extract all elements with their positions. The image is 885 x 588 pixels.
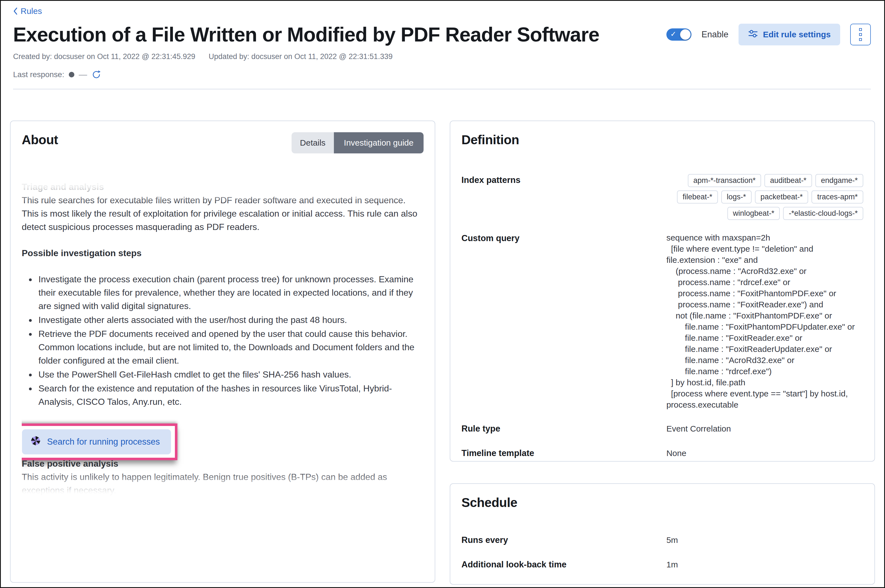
- index-pattern-badge: -*elastic-cloud-logs-*: [783, 207, 863, 220]
- runs-every-value: 5m: [666, 534, 863, 546]
- index-pattern-badge: winlogbeat-*: [728, 207, 780, 220]
- definition-heading: Definition: [461, 132, 863, 147]
- boxes-vertical-icon: [859, 33, 862, 36]
- toggle-knob: [680, 29, 691, 40]
- tab-investigation-guide[interactable]: Investigation guide: [334, 132, 424, 153]
- custom-query-label: Custom query: [461, 232, 666, 244]
- index-pattern-badge: logs-*: [721, 190, 752, 204]
- index-patterns-badges: apm-*-transaction* auditbeat-* endgame-*…: [666, 174, 863, 220]
- investigation-guide-content: Triage and analysis This rule searches f…: [22, 180, 424, 500]
- custom-query-value: sequence with maxspan=2h [file where eve…: [666, 232, 863, 410]
- rule-details-page: Rules Execution of a File Written or Mod…: [0, 0, 885, 588]
- enable-label: Enable: [702, 30, 729, 39]
- index-pattern-badge: apm-*-transaction*: [688, 174, 761, 187]
- about-panel: About Details Investigation guide Triage…: [10, 120, 435, 583]
- definition-panel: Definition Index patterns apm-*-transact…: [450, 120, 875, 462]
- rule-type-label: Rule type: [461, 423, 666, 435]
- index-patterns-row: Index patterns apm-*-transaction* auditb…: [461, 174, 863, 220]
- about-tab-group: Details Investigation guide: [292, 132, 424, 153]
- timeline-template-label: Timeline template: [461, 447, 666, 459]
- investigation-steps-list: Investigate the process execution chain …: [22, 273, 424, 408]
- false-positive-body: This activity is unlikely to happen legi…: [22, 470, 424, 497]
- rule-type-value: Event Correlation: [666, 423, 863, 435]
- header-controls: ✓ Enable Edit rule settings: [666, 24, 871, 45]
- breadcrumb[interactable]: Rules: [13, 6, 42, 16]
- timeline-template-value: None: [666, 447, 863, 459]
- rule-meta: Created by: docsuser on Oct 11, 2022 @ 2…: [13, 52, 871, 61]
- steps-heading: Possible investigation steps: [22, 246, 424, 260]
- osquery-icon: [30, 435, 42, 449]
- index-pattern-badge: auditbeat-*: [764, 174, 812, 187]
- list-item: Retrieve the PDF documents received and …: [36, 327, 424, 367]
- triage-heading: Triage and analysis: [22, 180, 424, 194]
- osquery-search-button[interactable]: Search for running processes: [22, 429, 171, 454]
- index-pattern-badge: traces-apm*: [812, 190, 863, 204]
- index-pattern-badge: filebeat-*: [677, 190, 718, 204]
- updated-by-text: Updated by: docsuser on Oct 11, 2022 @ 2…: [208, 52, 392, 61]
- lookback-row: Additional look-back time 1m: [461, 558, 863, 571]
- chevron-left-icon: [13, 7, 18, 15]
- list-item: Use the PowerShell Get-FileHash cmdlet t…: [36, 368, 424, 381]
- list-item: Investigate other alerts associated with…: [36, 313, 424, 327]
- tab-details[interactable]: Details: [292, 132, 334, 153]
- lookback-value: 1m: [666, 558, 863, 571]
- check-icon: ✓: [670, 30, 676, 39]
- last-response-value: —: [79, 70, 87, 80]
- custom-query-row: Custom query sequence with maxspan=2h [f…: [461, 232, 863, 410]
- page-title: Execution of a File Written or Modified …: [13, 23, 655, 46]
- schedule-panel: Schedule Runs every 5m Additional look-b…: [450, 483, 875, 585]
- breadcrumb-label[interactable]: Rules: [21, 6, 42, 16]
- about-heading: About: [22, 132, 58, 147]
- osquery-button-label: Search for running processes: [47, 437, 160, 447]
- list-item: Search for the existence and reputation …: [36, 382, 424, 408]
- edit-rule-settings-label: Edit rule settings: [763, 30, 831, 39]
- runs-every-label: Runs every: [461, 534, 666, 546]
- index-pattern-badge: endgame-*: [815, 174, 863, 187]
- page-header: Rules Execution of a File Written or Mod…: [1, 1, 884, 89]
- last-response-label: Last response:: [13, 70, 64, 79]
- sliders-icon: [748, 28, 758, 40]
- runs-every-row: Runs every 5m: [461, 534, 863, 546]
- refresh-icon[interactable]: [92, 70, 101, 80]
- created-by-text: Created by: docsuser on Oct 11, 2022 @ 2…: [13, 52, 195, 61]
- lookback-label: Additional look-back time: [461, 558, 666, 571]
- last-response-row: Last response: —: [13, 70, 871, 80]
- status-dot-icon: [69, 72, 74, 77]
- index-pattern-badge: packetbeat-*: [755, 190, 808, 204]
- index-patterns-label: Index patterns: [461, 174, 666, 186]
- edit-rule-settings-button[interactable]: Edit rule settings: [738, 24, 840, 45]
- list-item: Investigate the process execution chain …: [36, 273, 424, 313]
- boxes-vertical-icon: [859, 38, 862, 41]
- docs-highlight-box: Search for running processes: [22, 423, 177, 460]
- all-actions-button[interactable]: [850, 24, 871, 45]
- right-column: Definition Index patterns apm-*-transact…: [450, 120, 875, 585]
- timeline-template-row: Timeline template None: [461, 447, 863, 459]
- rule-type-row: Rule type Event Correlation: [461, 423, 863, 435]
- enable-toggle[interactable]: ✓: [666, 28, 692, 40]
- boxes-vertical-icon: [859, 28, 862, 31]
- triage-body: This rule searches for executable files …: [22, 194, 424, 234]
- schedule-heading: Schedule: [461, 495, 863, 510]
